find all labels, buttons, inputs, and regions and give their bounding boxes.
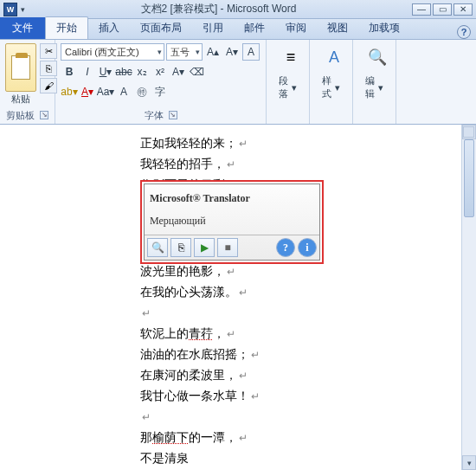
- highlight-button[interactable]: ab▾: [61, 83, 78, 100]
- paragraph-mark-icon: ↵: [227, 266, 235, 278]
- format-painter-button[interactable]: 🖌: [40, 78, 57, 93]
- grow-font-button[interactable]: A▴: [204, 43, 222, 61]
- document-page[interactable]: 正如我轻轻的来；↵ 我轻轻的招手，↵ 作别西天的云彩。↵ 波光里的艳影，↵ 在我…: [0, 125, 461, 470]
- app-icon[interactable]: W: [3, 3, 17, 16]
- paragraph-mark-icon: ↵: [239, 138, 248, 150]
- document-area: 正如我轻轻的来；↵ 我轻轻的招手，↵ 作别西天的云彩。↵ 波光里的艳影，↵ 在我…: [0, 125, 476, 470]
- paragraph-mark-icon: ↵: [142, 307, 151, 319]
- translator-popup: Microsoft® Translator Мерцающий 🔍 ⎘ ▶ ■ …: [140, 180, 324, 264]
- doc-line: 软泥上的青荇，: [140, 327, 225, 340]
- font-color-button[interactable]: A▾: [79, 83, 96, 100]
- tab-review[interactable]: 审阅: [275, 17, 317, 39]
- close-button[interactable]: ✕: [453, 3, 473, 16]
- group-font-label: 字体: [145, 109, 164, 122]
- doc-line: 我轻轻的招手，: [140, 158, 225, 171]
- restore-button[interactable]: ▭: [433, 3, 452, 16]
- ruler-toggle[interactable]: [463, 126, 474, 138]
- paragraph-mark-icon: ↵: [227, 158, 235, 171]
- doc-line: 油油的在水底招摇；: [140, 348, 249, 361]
- change-case-button[interactable]: A: [242, 43, 260, 61]
- translator-result: Мерцающий: [150, 210, 314, 231]
- paste-label: 粘贴: [11, 93, 30, 106]
- ribbon: 粘贴 ✂ ⎘ 🖌 剪贴板↘ Calibri (西文正文) 五号 A▴ A▾ A: [0, 40, 476, 125]
- font-name-select[interactable]: Calibri (西文正文): [61, 43, 164, 61]
- chevron-down-icon: ▾: [378, 82, 383, 93]
- doc-line: 我甘心做一条水草！: [140, 390, 249, 402]
- window-title: 文档2 [兼容模式] - Microsoft Word: [25, 2, 412, 16]
- text-effects-button[interactable]: A▾: [170, 63, 187, 80]
- vertical-scrollbar[interactable]: ▴ ▾: [461, 125, 476, 470]
- group-paragraph-label: 段落: [279, 74, 290, 100]
- superscript-button[interactable]: x²: [151, 63, 169, 80]
- clipboard-launcher[interactable]: ↘: [40, 111, 48, 119]
- group-editing: 🔍 编辑▾: [353, 40, 396, 124]
- group-styles: A 样式▾: [310, 40, 353, 124]
- scroll-thumb[interactable]: [464, 139, 474, 217]
- font-size-select[interactable]: 五号: [166, 43, 203, 61]
- doc-line: 正如我轻轻的来；: [140, 137, 237, 150]
- scroll-down-button[interactable]: ▾: [462, 455, 476, 470]
- tab-view[interactable]: 视图: [317, 17, 358, 39]
- help-button[interactable]: ?: [457, 25, 471, 39]
- paragraph-mark-icon: ↵: [239, 432, 248, 444]
- translator-help-button[interactable]: ?: [276, 238, 295, 257]
- chevron-down-icon: ▾: [292, 82, 297, 93]
- tab-file[interactable]: 文件: [0, 17, 45, 39]
- doc-line: 在康河的柔波里，: [140, 369, 237, 382]
- doc-line: 波光里的艳影，: [140, 265, 225, 278]
- paragraph-mark-icon: ↵: [239, 370, 248, 382]
- chevron-down-icon: ▾: [335, 82, 340, 93]
- paragraph-mark-icon: ↵: [227, 328, 235, 340]
- translator-info-button[interactable]: i: [298, 238, 317, 257]
- enclosed-char-button[interactable]: ㊕: [133, 83, 151, 100]
- paragraph-icon[interactable]: ≡: [279, 45, 303, 69]
- ribbon-tabs: 文件 开始 插入 页面布局 引用 邮件 审阅 视图 加载项 ?: [0, 19, 476, 40]
- translator-stop-button[interactable]: ■: [217, 238, 238, 257]
- paragraph-mark-icon: ↵: [239, 287, 248, 299]
- find-icon[interactable]: 🔍: [365, 45, 389, 69]
- tab-layout[interactable]: 页面布局: [130, 17, 192, 39]
- font-launcher[interactable]: ↘: [169, 111, 177, 119]
- translator-copy-button[interactable]: ⎘: [170, 238, 191, 257]
- group-clipboard: 粘贴 ✂ ⎘ 🖌 剪贴板↘: [0, 40, 55, 124]
- doc-line: 在我的心头荡漾。: [140, 286, 237, 299]
- paragraph-mark-icon: ↵: [251, 349, 260, 361]
- char-border-button[interactable]: A: [115, 83, 132, 100]
- italic-button[interactable]: I: [79, 63, 96, 80]
- paragraph-mark-icon: ↵: [251, 390, 260, 402]
- translator-title: Microsoft® Translator: [150, 188, 314, 209]
- doc-line: 不是清泉: [140, 452, 189, 465]
- strikethrough-button[interactable]: abc: [115, 63, 132, 80]
- paste-icon: [11, 55, 30, 80]
- group-styles-label: 样式: [322, 74, 333, 100]
- group-clipboard-label: 剪贴板: [6, 109, 35, 122]
- paste-button[interactable]: [5, 43, 36, 92]
- underline-button[interactable]: U▾: [97, 63, 114, 80]
- minimize-button[interactable]: —: [412, 3, 431, 16]
- clear-format-button[interactable]: ⌫: [188, 63, 205, 80]
- scroll-track[interactable]: [462, 139, 476, 455]
- char-scale-button[interactable]: Aa▾: [97, 83, 114, 100]
- tab-mailings[interactable]: 邮件: [234, 17, 275, 39]
- paragraph-mark-icon: ↵: [142, 411, 151, 423]
- phonetic-button[interactable]: 字: [151, 83, 169, 100]
- doc-line: 那榆荫下的一潭，: [140, 431, 237, 444]
- translator-expand-button[interactable]: 🔍: [147, 238, 168, 257]
- cut-button[interactable]: ✂: [40, 43, 57, 59]
- subscript-button[interactable]: x₂: [133, 63, 151, 80]
- shrink-font-button[interactable]: A▾: [223, 43, 241, 61]
- bold-button[interactable]: B: [61, 63, 78, 80]
- group-font: Calibri (西文正文) 五号 A▴ A▾ A B I U▾ abc x₂ …: [55, 40, 267, 124]
- tab-insert[interactable]: 插入: [88, 17, 130, 39]
- tab-references[interactable]: 引用: [192, 17, 234, 39]
- tab-addins[interactable]: 加载项: [358, 17, 410, 39]
- translator-play-button[interactable]: ▶: [194, 238, 215, 257]
- group-editing-label: 编辑: [365, 74, 376, 100]
- tab-home[interactable]: 开始: [45, 16, 88, 39]
- group-paragraph: ≡ 段落▾: [267, 40, 310, 124]
- copy-button[interactable]: ⎘: [40, 61, 57, 76]
- styles-icon[interactable]: A: [322, 45, 346, 69]
